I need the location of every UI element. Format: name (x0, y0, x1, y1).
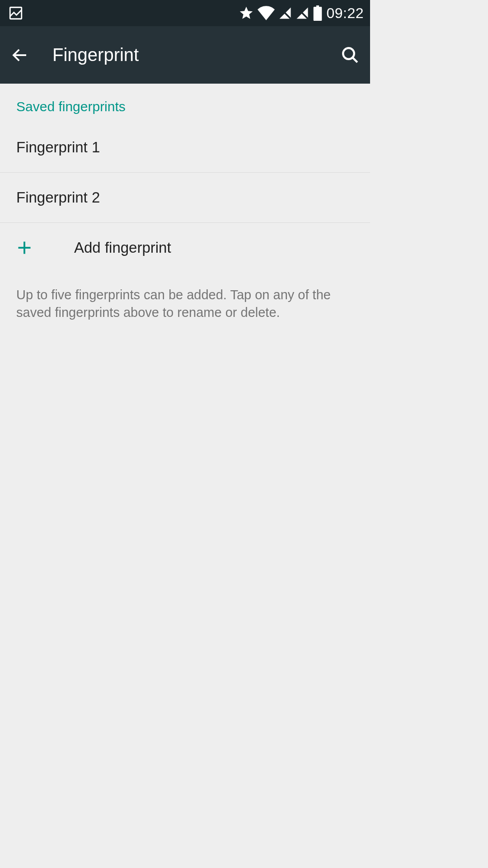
status-right: 09:22 (239, 5, 364, 22)
search-icon (341, 46, 360, 65)
search-button[interactable] (339, 44, 361, 66)
add-fingerprint-label: Add fingerprint (74, 239, 171, 256)
hint-text: Up to five fingerprints can be added. Ta… (0, 273, 370, 321)
status-left (8, 5, 23, 21)
status-bar: 09:22 (0, 0, 370, 26)
svg-rect-4 (314, 7, 322, 21)
image-icon (8, 5, 23, 21)
app-bar: Fingerprint (0, 26, 370, 84)
svg-line-7 (352, 57, 357, 62)
back-button[interactable] (9, 44, 31, 66)
arrow-left-icon (10, 46, 29, 65)
fingerprint-item-label: Fingerprint 1 (16, 139, 100, 156)
page-title: Fingerprint (52, 45, 339, 65)
battery-icon (313, 5, 323, 21)
plus-icon (16, 240, 33, 256)
add-fingerprint-button[interactable]: Add fingerprint (0, 223, 370, 273)
section-header-saved-fingerprints: Saved fingerprints (0, 99, 370, 123)
fingerprint-item[interactable]: Fingerprint 2 (0, 173, 370, 222)
status-time: 09:22 (326, 5, 364, 22)
content: Saved fingerprints Fingerprint 1 Fingerp… (0, 84, 370, 321)
svg-rect-3 (316, 5, 319, 7)
fingerprint-item[interactable]: Fingerprint 1 (0, 123, 370, 172)
fingerprint-item-label: Fingerprint 2 (16, 189, 100, 206)
signal-off-icon-2 (296, 5, 309, 21)
wifi-icon (258, 5, 275, 21)
star-icon (239, 5, 254, 21)
signal-off-icon (278, 5, 292, 21)
svg-point-6 (343, 48, 354, 59)
svg-rect-0 (10, 7, 22, 19)
